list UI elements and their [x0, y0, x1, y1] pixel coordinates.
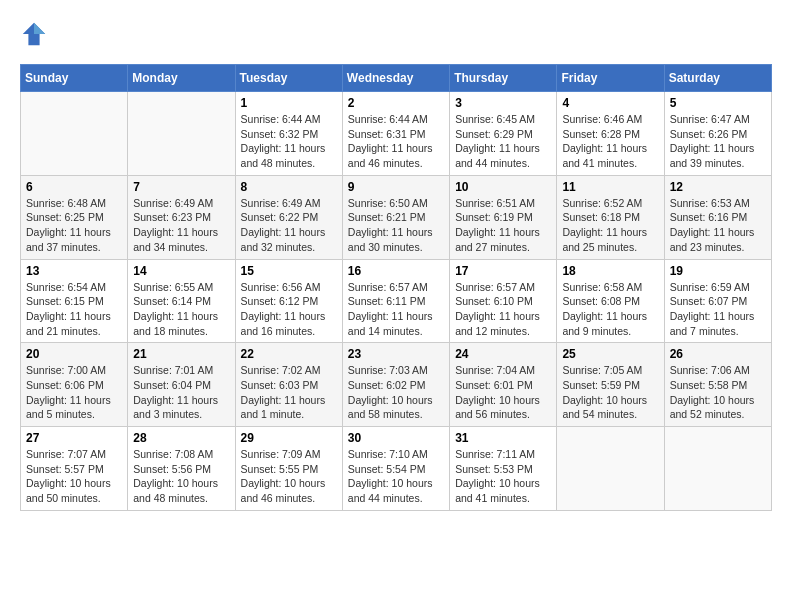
day-number: 31: [455, 431, 551, 445]
calendar-week-row: 13Sunrise: 6:54 AMSunset: 6:15 PMDayligh…: [21, 259, 772, 343]
day-number: 10: [455, 180, 551, 194]
day-number: 14: [133, 264, 229, 278]
day-info: Sunrise: 6:56 AMSunset: 6:12 PMDaylight:…: [241, 280, 337, 339]
calendar-cell: [21, 92, 128, 176]
day-number: 13: [26, 264, 122, 278]
day-info: Sunrise: 7:08 AMSunset: 5:56 PMDaylight:…: [133, 447, 229, 506]
day-number: 21: [133, 347, 229, 361]
calendar-header-row: SundayMondayTuesdayWednesdayThursdayFrid…: [21, 65, 772, 92]
calendar-week-row: 1Sunrise: 6:44 AMSunset: 6:32 PMDaylight…: [21, 92, 772, 176]
day-header: Wednesday: [342, 65, 449, 92]
svg-marker-1: [34, 23, 45, 34]
day-number: 22: [241, 347, 337, 361]
calendar-cell: 1Sunrise: 6:44 AMSunset: 6:32 PMDaylight…: [235, 92, 342, 176]
day-info: Sunrise: 6:44 AMSunset: 6:32 PMDaylight:…: [241, 112, 337, 171]
calendar-cell: 3Sunrise: 6:45 AMSunset: 6:29 PMDaylight…: [450, 92, 557, 176]
day-info: Sunrise: 7:09 AMSunset: 5:55 PMDaylight:…: [241, 447, 337, 506]
day-info: Sunrise: 7:11 AMSunset: 5:53 PMDaylight:…: [455, 447, 551, 506]
calendar-cell: 2Sunrise: 6:44 AMSunset: 6:31 PMDaylight…: [342, 92, 449, 176]
day-info: Sunrise: 6:51 AMSunset: 6:19 PMDaylight:…: [455, 196, 551, 255]
day-info: Sunrise: 7:06 AMSunset: 5:58 PMDaylight:…: [670, 363, 766, 422]
day-number: 23: [348, 347, 444, 361]
day-number: 18: [562, 264, 658, 278]
calendar-cell: 24Sunrise: 7:04 AMSunset: 6:01 PMDayligh…: [450, 343, 557, 427]
calendar-cell: [557, 427, 664, 511]
calendar-week-row: 27Sunrise: 7:07 AMSunset: 5:57 PMDayligh…: [21, 427, 772, 511]
day-number: 19: [670, 264, 766, 278]
calendar-cell: 20Sunrise: 7:00 AMSunset: 6:06 PMDayligh…: [21, 343, 128, 427]
day-info: Sunrise: 6:57 AMSunset: 6:11 PMDaylight:…: [348, 280, 444, 339]
day-number: 2: [348, 96, 444, 110]
calendar-cell: 6Sunrise: 6:48 AMSunset: 6:25 PMDaylight…: [21, 175, 128, 259]
day-info: Sunrise: 7:01 AMSunset: 6:04 PMDaylight:…: [133, 363, 229, 422]
calendar-cell: 11Sunrise: 6:52 AMSunset: 6:18 PMDayligh…: [557, 175, 664, 259]
day-number: 7: [133, 180, 229, 194]
day-number: 16: [348, 264, 444, 278]
day-number: 20: [26, 347, 122, 361]
day-info: Sunrise: 6:49 AMSunset: 6:22 PMDaylight:…: [241, 196, 337, 255]
day-info: Sunrise: 7:04 AMSunset: 6:01 PMDaylight:…: [455, 363, 551, 422]
calendar-cell: 21Sunrise: 7:01 AMSunset: 6:04 PMDayligh…: [128, 343, 235, 427]
calendar-cell: 23Sunrise: 7:03 AMSunset: 6:02 PMDayligh…: [342, 343, 449, 427]
calendar-week-row: 6Sunrise: 6:48 AMSunset: 6:25 PMDaylight…: [21, 175, 772, 259]
day-number: 25: [562, 347, 658, 361]
day-info: Sunrise: 6:50 AMSunset: 6:21 PMDaylight:…: [348, 196, 444, 255]
calendar-table: SundayMondayTuesdayWednesdayThursdayFrid…: [20, 64, 772, 511]
calendar-cell: 13Sunrise: 6:54 AMSunset: 6:15 PMDayligh…: [21, 259, 128, 343]
day-number: 17: [455, 264, 551, 278]
day-info: Sunrise: 7:03 AMSunset: 6:02 PMDaylight:…: [348, 363, 444, 422]
day-info: Sunrise: 7:10 AMSunset: 5:54 PMDaylight:…: [348, 447, 444, 506]
logo: [20, 20, 52, 48]
day-info: Sunrise: 6:52 AMSunset: 6:18 PMDaylight:…: [562, 196, 658, 255]
calendar-cell: 4Sunrise: 6:46 AMSunset: 6:28 PMDaylight…: [557, 92, 664, 176]
day-number: 11: [562, 180, 658, 194]
calendar-cell: 14Sunrise: 6:55 AMSunset: 6:14 PMDayligh…: [128, 259, 235, 343]
calendar-cell: 5Sunrise: 6:47 AMSunset: 6:26 PMDaylight…: [664, 92, 771, 176]
day-number: 12: [670, 180, 766, 194]
day-number: 15: [241, 264, 337, 278]
day-info: Sunrise: 6:47 AMSunset: 6:26 PMDaylight:…: [670, 112, 766, 171]
calendar-cell: 18Sunrise: 6:58 AMSunset: 6:08 PMDayligh…: [557, 259, 664, 343]
day-info: Sunrise: 7:05 AMSunset: 5:59 PMDaylight:…: [562, 363, 658, 422]
calendar-cell: 15Sunrise: 6:56 AMSunset: 6:12 PMDayligh…: [235, 259, 342, 343]
day-info: Sunrise: 7:00 AMSunset: 6:06 PMDaylight:…: [26, 363, 122, 422]
calendar-cell: 19Sunrise: 6:59 AMSunset: 6:07 PMDayligh…: [664, 259, 771, 343]
calendar-cell: 17Sunrise: 6:57 AMSunset: 6:10 PMDayligh…: [450, 259, 557, 343]
day-header: Thursday: [450, 65, 557, 92]
day-info: Sunrise: 6:46 AMSunset: 6:28 PMDaylight:…: [562, 112, 658, 171]
day-number: 5: [670, 96, 766, 110]
page-header: [20, 20, 772, 48]
calendar-cell: 7Sunrise: 6:49 AMSunset: 6:23 PMDaylight…: [128, 175, 235, 259]
day-number: 24: [455, 347, 551, 361]
day-header: Sunday: [21, 65, 128, 92]
day-info: Sunrise: 6:55 AMSunset: 6:14 PMDaylight:…: [133, 280, 229, 339]
logo-icon: [20, 20, 48, 48]
calendar-cell: 12Sunrise: 6:53 AMSunset: 6:16 PMDayligh…: [664, 175, 771, 259]
day-info: Sunrise: 6:57 AMSunset: 6:10 PMDaylight:…: [455, 280, 551, 339]
day-info: Sunrise: 6:53 AMSunset: 6:16 PMDaylight:…: [670, 196, 766, 255]
calendar-cell: 10Sunrise: 6:51 AMSunset: 6:19 PMDayligh…: [450, 175, 557, 259]
day-header: Monday: [128, 65, 235, 92]
day-number: 9: [348, 180, 444, 194]
calendar-cell: 26Sunrise: 7:06 AMSunset: 5:58 PMDayligh…: [664, 343, 771, 427]
day-number: 1: [241, 96, 337, 110]
calendar-cell: 28Sunrise: 7:08 AMSunset: 5:56 PMDayligh…: [128, 427, 235, 511]
day-info: Sunrise: 6:54 AMSunset: 6:15 PMDaylight:…: [26, 280, 122, 339]
day-number: 28: [133, 431, 229, 445]
day-info: Sunrise: 6:49 AMSunset: 6:23 PMDaylight:…: [133, 196, 229, 255]
day-header: Tuesday: [235, 65, 342, 92]
calendar-week-row: 20Sunrise: 7:00 AMSunset: 6:06 PMDayligh…: [21, 343, 772, 427]
calendar-cell: 8Sunrise: 6:49 AMSunset: 6:22 PMDaylight…: [235, 175, 342, 259]
calendar-cell: 30Sunrise: 7:10 AMSunset: 5:54 PMDayligh…: [342, 427, 449, 511]
day-info: Sunrise: 6:44 AMSunset: 6:31 PMDaylight:…: [348, 112, 444, 171]
calendar-cell: [664, 427, 771, 511]
day-number: 30: [348, 431, 444, 445]
calendar-cell: 29Sunrise: 7:09 AMSunset: 5:55 PMDayligh…: [235, 427, 342, 511]
day-number: 8: [241, 180, 337, 194]
day-info: Sunrise: 6:45 AMSunset: 6:29 PMDaylight:…: [455, 112, 551, 171]
day-number: 27: [26, 431, 122, 445]
day-info: Sunrise: 7:02 AMSunset: 6:03 PMDaylight:…: [241, 363, 337, 422]
day-number: 6: [26, 180, 122, 194]
calendar-cell: 9Sunrise: 6:50 AMSunset: 6:21 PMDaylight…: [342, 175, 449, 259]
day-number: 3: [455, 96, 551, 110]
